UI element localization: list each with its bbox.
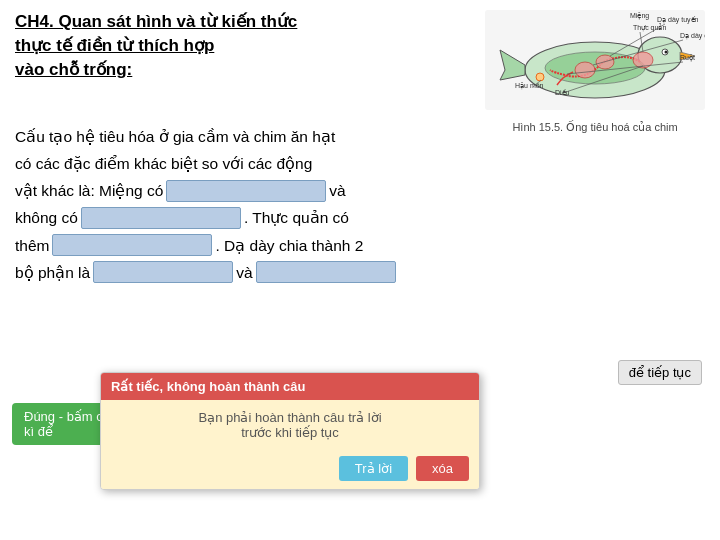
para-5: thêm . Dạ dày chia thành 2 (15, 232, 705, 259)
title-block: CH4. Quan sát hình và từ kiến thức thực … (15, 10, 485, 81)
blank-3[interactable] (52, 234, 212, 256)
error-popup-body: Bạn phải hoàn thành câu trả lời trước kh… (101, 400, 479, 450)
main-container: CH4. Quan sát hình và từ kiến thức thực … (0, 0, 720, 540)
bird-svg: Thực quản Dạ dày tuyến Dạ dày cơ Ruột Mi… (485, 5, 705, 115)
para-3: vật khác là: Miệng có và (15, 177, 705, 204)
answer-button[interactable]: Trả lời (339, 456, 408, 481)
svg-point-11 (536, 73, 544, 81)
svg-text:Hậu môn: Hậu môn (515, 82, 544, 90)
top-section: CH4. Quan sát hình và từ kiến thức thực … (15, 10, 705, 115)
svg-text:Diều: Diều (555, 89, 570, 96)
bird-diagram: Thực quản Dạ dày tuyến Dạ dày cơ Ruột Mi… (485, 5, 705, 115)
delete-button[interactable]: xóa (416, 456, 469, 481)
error-popup-overlay: Rất tiếc, không hoàn thành câu Bạn phải … (100, 372, 480, 490)
blank-5[interactable] (256, 261, 396, 283)
para-6: bộ phận là và (15, 259, 705, 286)
svg-point-10 (575, 62, 595, 78)
error-popup-header: Rất tiếc, không hoàn thành câu (101, 373, 479, 400)
svg-text:Dạ dày tuyến: Dạ dày tuyến (657, 16, 699, 24)
para-2: có các đặc điểm khác biệt so với các độn… (15, 150, 705, 177)
svg-text:Thực quản: Thực quản (633, 23, 666, 32)
blank-1[interactable] (166, 180, 326, 202)
error-popup: Rất tiếc, không hoàn thành câu Bạn phải … (100, 372, 480, 490)
blank-2[interactable] (81, 207, 241, 229)
error-popup-actions: Trả lời xóa (101, 450, 479, 489)
para-4: không có . Thực quản có (15, 204, 705, 231)
svg-text:Dạ dày cơ: Dạ dày cơ (680, 32, 705, 40)
page-title: CH4. Quan sát hình và từ kiến thức thực … (15, 10, 475, 81)
svg-text:Ruột: Ruột (680, 54, 695, 62)
image-caption: Hình 15.5. Ống tiêu hoá của chim (485, 121, 705, 134)
blank-4[interactable] (93, 261, 233, 283)
continue-hint: để tiếp tục (618, 360, 702, 385)
svg-point-5 (665, 51, 668, 54)
svg-text:Miệng: Miệng (630, 12, 649, 20)
content-block: Cấu tạo hệ tiêu hóa ở gia cầm và chim ăn… (15, 123, 705, 286)
